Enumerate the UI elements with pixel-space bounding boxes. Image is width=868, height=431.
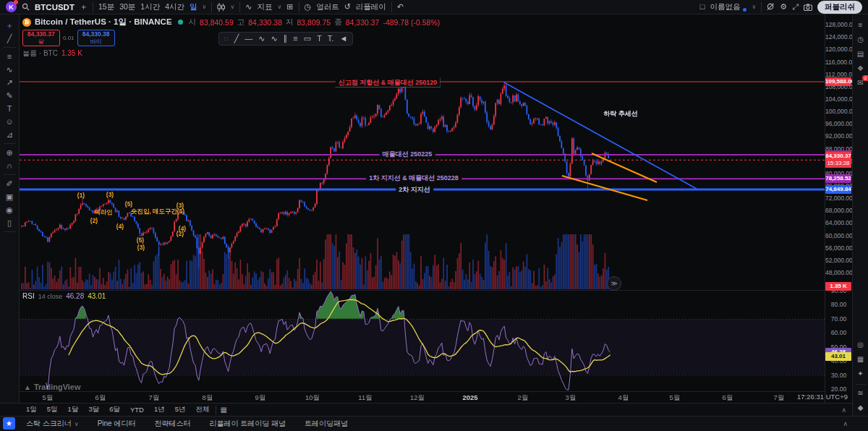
- lock-drawings-tool-icon[interactable]: ▣: [2, 190, 17, 203]
- object-tree-icon[interactable]: ❖: [854, 62, 867, 74]
- xabcd-pattern-tool-icon[interactable]: ∿: [2, 63, 17, 76]
- undo-icon[interactable]: ↶: [397, 3, 404, 11]
- favorites-star-button[interactable]: ★: [3, 417, 15, 430]
- price-chart-canvas[interactable]: [20, 14, 825, 391]
- flat-channel-icon[interactable]: ≡: [293, 35, 297, 43]
- layout-chevron-icon[interactable]: ∨: [752, 4, 756, 10]
- indicators-chevron-icon[interactable]: ∨: [277, 4, 281, 10]
- measure-tool-icon[interactable]: ⊿: [2, 128, 17, 141]
- snapshot-camera-icon[interactable]: [804, 4, 812, 11]
- chart-annotation[interactable]: (5): [177, 208, 184, 215]
- replay-button[interactable]: 리플레이: [356, 2, 386, 12]
- hide-drawings-eye-icon[interactable]: ◉: [2, 203, 17, 216]
- month-tick-label[interactable]: 7월: [149, 393, 160, 403]
- chart-annotation[interactable]: (2): [90, 217, 98, 224]
- month-tick-label[interactable]: 6월: [95, 393, 106, 403]
- scroll-to-realtime-button[interactable]: ≫: [607, 276, 621, 291]
- range-button[interactable]: 5년: [171, 404, 190, 415]
- settings-gear-icon[interactable]: ⚙: [780, 3, 787, 11]
- remove-drawings-trash-icon[interactable]: ▯: [2, 216, 17, 229]
- fullscreen-icon[interactable]: ⤢: [792, 3, 799, 11]
- month-tick-label[interactable]: 11월: [358, 393, 372, 403]
- bottom-tab[interactable]: 스탁 스크리너∨: [26, 419, 79, 429]
- chart-annotation[interactable]: 2차 지지선: [396, 185, 433, 195]
- symbol-search-button[interactable]: BTCUSDT: [35, 3, 75, 12]
- timeframe-15m-button[interactable]: 15분: [98, 2, 114, 12]
- layout-grid-icon[interactable]: ⊞: [286, 3, 293, 11]
- volume-indicator-label[interactable]: 볼륨 · BTC: [22, 48, 58, 59]
- replay-icon[interactable]: ↺: [344, 3, 351, 11]
- bottom-tab[interactable]: Pine 에디터: [98, 419, 136, 429]
- timeframe-menu-chevron-icon[interactable]: ∨: [203, 4, 207, 10]
- timeframe-4h-button[interactable]: 4시간: [165, 2, 184, 12]
- symbol-title[interactable]: Bitcoin / TetherUS · 1일 · BINANCE: [35, 17, 172, 27]
- go-to-date-icon[interactable]: ▦: [221, 406, 227, 414]
- chart-annotation[interactable]: 신고점 저항선 & 매물대선 250120: [336, 78, 441, 88]
- chart-annotation[interactable]: (1): [77, 192, 85, 199]
- month-tick-label[interactable]: 3월: [566, 393, 576, 403]
- bottom-tab[interactable]: 리플레이 트레이딩 패널: [209, 419, 286, 429]
- toolbar-drag-handle[interactable]: ∷: [224, 35, 229, 43]
- layout-select-icon[interactable]: □: [700, 3, 705, 11]
- chart-annotation[interactable]: (3): [137, 244, 145, 251]
- chat-icon[interactable]: ✉2: [854, 77, 867, 89]
- sell-button[interactable]: 84,330.37 팔: [22, 30, 60, 46]
- month-tick-label[interactable]: 12월: [410, 393, 425, 403]
- drawing-mode-tool-icon[interactable]: ✐: [2, 177, 17, 190]
- dom-panel-icon[interactable]: ≋: [854, 387, 867, 399]
- fib-retracement-tool-icon[interactable]: ≡: [2, 50, 17, 63]
- rsi-name[interactable]: RSI: [22, 292, 35, 300]
- horizontal-ray-icon[interactable]: —: [244, 35, 252, 43]
- clock-utc[interactable]: 17:26:31 UTC+9: [752, 393, 848, 401]
- user-avatar[interactable]: K: [6, 1, 17, 12]
- buy-button[interactable]: 84,330.38 바이: [77, 30, 115, 46]
- timeframe-30m-button[interactable]: 30분: [119, 2, 135, 12]
- chart-annotation[interactable]: (3): [106, 191, 114, 198]
- range-button[interactable]: 5일: [43, 404, 62, 415]
- magnet-tool-icon[interactable]: ∩: [2, 159, 17, 172]
- timeframe-1d-button-selected[interactable]: 일: [190, 2, 197, 12]
- collapse-pane-chevron-icon[interactable]: ∧: [841, 406, 846, 414]
- calendar-icon[interactable]: ▦: [854, 353, 867, 365]
- journal-icon[interactable]: ▤: [854, 48, 867, 60]
- emoji-tool-icon[interactable]: ☺: [2, 115, 17, 128]
- indicators-button[interactable]: 지표: [257, 2, 272, 12]
- rectangle-icon[interactable]: ▭: [304, 35, 311, 43]
- indicators-icon[interactable]: ∿: [245, 3, 252, 11]
- parallel-channel-icon[interactable]: ∥: [284, 35, 288, 43]
- range-button[interactable]: 6달: [105, 404, 124, 415]
- chart-annotation[interactable]: (5): [125, 200, 132, 208]
- bottom-tab[interactable]: 전략테스터: [154, 419, 190, 429]
- chart-annotation[interactable]: (4): [116, 223, 124, 230]
- forecast-tool-icon[interactable]: ↗: [2, 76, 17, 89]
- chart-annotation[interactable]: 넥라인: [94, 208, 113, 217]
- range-button[interactable]: YTD: [126, 405, 148, 414]
- publish-button[interactable]: 퍼블리쉬: [817, 1, 862, 14]
- alerts-panel-icon[interactable]: ◷: [854, 33, 867, 46]
- layout-name[interactable]: 이름없음: [710, 2, 740, 12]
- timeframe-1h-button[interactable]: 1시간: [140, 2, 160, 12]
- range-button[interactable]: 1달: [64, 404, 83, 415]
- month-tick-label[interactable]: 5월: [43, 393, 54, 403]
- expand-panel-chevron-icon[interactable]: ∧: [843, 420, 848, 427]
- month-tick-label[interactable]: 9월: [255, 393, 266, 403]
- notifications-bell-icon[interactable]: ◆: [854, 401, 867, 414]
- compare-add-icon[interactable]: ＋: [80, 3, 88, 11]
- zigzag-icon[interactable]: ∿: [271, 35, 278, 43]
- month-tick-label[interactable]: 10월: [305, 393, 320, 403]
- ideas-icon[interactable]: ✦: [854, 367, 867, 380]
- trend-line-tool-icon[interactable]: ╱: [2, 32, 17, 45]
- text-tool-icon[interactable]: T: [2, 102, 17, 115]
- chart-annotation[interactable]: (2): [176, 230, 184, 237]
- chart-annotation[interactable]: 숏진입, 매도구간: [131, 208, 177, 216]
- month-tick-label[interactable]: 5월: [670, 393, 681, 403]
- streams-icon[interactable]: ◎: [854, 338, 867, 351]
- chart-annotation[interactable]: 매물대선 250225: [380, 150, 435, 159]
- alert-clock-icon[interactable]: ◷: [305, 3, 312, 11]
- text-icon[interactable]: T: [317, 35, 322, 43]
- zoom-in-tool-icon[interactable]: ⊕: [2, 146, 17, 159]
- alerts-button[interactable]: 얼러트: [316, 2, 339, 12]
- bottom-tab[interactable]: 트레이딩패널: [305, 419, 348, 429]
- elliott-wave-icon[interactable]: ∿: [258, 35, 265, 43]
- quick-search-icon[interactable]: [767, 3, 775, 11]
